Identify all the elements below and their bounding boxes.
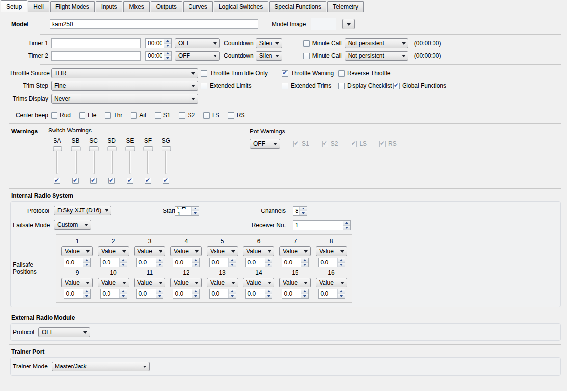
slider-handle[interactable] — [107, 146, 116, 151]
spin-up-icon[interactable] — [229, 289, 236, 294]
failsafe-channel-mode-select[interactable]: Value — [61, 246, 93, 256]
switch-warning-checkbox[interactable] — [108, 178, 115, 184]
spin-up-icon[interactable] — [301, 289, 308, 294]
spin-down-icon[interactable] — [156, 262, 163, 267]
internal-protocol-select[interactable]: FrSky XJT (D16) — [54, 206, 111, 215]
throttle-source-select[interactable]: THR — [51, 68, 198, 78]
spin-up-icon[interactable] — [229, 258, 236, 262]
failsafe-channel-mode-select[interactable]: Value — [98, 246, 129, 256]
failsafe-channel-mode-select[interactable]: Value — [61, 278, 93, 287]
switch-position-slider[interactable] — [68, 146, 83, 174]
spin-down-icon[interactable] — [192, 211, 199, 216]
spin-up-icon[interactable] — [192, 258, 199, 262]
spin-up-icon[interactable] — [265, 258, 272, 262]
failsafe-channel-value-spinner[interactable]: 0.0 — [245, 258, 272, 267]
failsafe-channel-mode-select[interactable]: Value — [316, 246, 347, 256]
model-name-input[interactable] — [50, 19, 258, 29]
spin-down-icon[interactable] — [156, 294, 163, 299]
global-functions-checkbox[interactable] — [393, 83, 400, 89]
switch-position-slider[interactable] — [159, 146, 174, 174]
channels-spinner[interactable]: 8 — [293, 206, 307, 216]
timer-time-spinner[interactable]: 00:00 — [145, 51, 172, 61]
tab-heli[interactable]: Heli — [28, 1, 49, 12]
timer-name-input[interactable] — [51, 51, 141, 61]
slider-handle[interactable] — [143, 146, 153, 151]
switch-warning-checkbox[interactable] — [54, 178, 60, 184]
switch-position-slider[interactable] — [105, 146, 119, 174]
failsafe-channel-value-spinner[interactable]: 0.0 — [100, 289, 127, 299]
failsafe-channel-value-spinner[interactable]: 0.0 — [64, 289, 91, 299]
failsafe-channel-mode-select[interactable]: Value — [207, 246, 238, 256]
tab-curves[interactable]: Curves — [183, 1, 213, 12]
spin-up-icon[interactable] — [83, 258, 90, 262]
failsafe-channel-mode-select[interactable]: Value — [170, 278, 202, 287]
timer-persistence-select[interactable]: Not persistent — [345, 38, 408, 48]
failsafe-channel-value-spinner[interactable]: 0.0 — [136, 289, 163, 299]
switch-warning-checkbox[interactable] — [163, 178, 169, 184]
spin-down-icon[interactable] — [229, 262, 236, 267]
failsafe-channel-mode-select[interactable]: Value — [243, 246, 274, 256]
failsafe-channel-mode-select[interactable]: Value — [316, 278, 347, 287]
spin-down-icon[interactable] — [265, 294, 272, 299]
minute-call-checkbox[interactable] — [303, 40, 310, 47]
spin-down-icon[interactable] — [301, 294, 308, 299]
slider-handle[interactable] — [89, 146, 98, 151]
spin-down-icon[interactable] — [338, 262, 345, 267]
spin-down-icon[interactable] — [192, 294, 199, 299]
timer-name-input[interactable] — [51, 38, 141, 48]
spin-down-icon[interactable] — [83, 294, 90, 299]
failsafe-channel-mode-select[interactable]: Value — [243, 278, 274, 287]
failsafe-channel-value-spinner[interactable]: 0.0 — [209, 258, 236, 267]
spin-down-icon[interactable] — [120, 262, 127, 267]
tab-flight-modes[interactable]: Flight Modes — [50, 1, 95, 12]
tab-inputs[interactable]: Inputs — [96, 1, 123, 12]
throttle-trim-idle-checkbox[interactable] — [201, 70, 207, 77]
center-beep-checkbox[interactable] — [155, 112, 161, 119]
spin-up-icon[interactable] — [301, 258, 308, 262]
failsafe-channel-mode-select[interactable]: Value — [98, 278, 129, 287]
tab-outputs[interactable]: Outputs — [151, 1, 182, 12]
failsafe-channel-value-spinner[interactable]: 0.0 — [209, 289, 236, 299]
failsafe-mode-select[interactable]: Custom — [54, 220, 91, 230]
spin-up-icon[interactable] — [156, 258, 163, 262]
pot-warnings-mode-select[interactable]: OFF — [250, 139, 280, 149]
spin-up-icon[interactable] — [192, 207, 199, 211]
start-channel-spinner[interactable]: CH 1 — [175, 206, 199, 216]
timer-mode-select[interactable]: OFF — [175, 51, 220, 61]
failsafe-channel-value-spinner[interactable]: 0.0 — [100, 258, 127, 267]
timer-mode-select[interactable]: OFF — [175, 38, 220, 48]
tab-telemetry[interactable]: Telemetry — [327, 1, 364, 12]
switch-position-slider[interactable] — [141, 146, 156, 174]
receiver-number-spinner[interactable]: 1 — [293, 220, 351, 230]
failsafe-channel-mode-select[interactable]: Value — [207, 278, 238, 287]
spin-up-icon[interactable] — [338, 258, 345, 262]
throttle-warning-checkbox[interactable] — [282, 70, 288, 77]
failsafe-channel-mode-select[interactable]: Value — [134, 278, 165, 287]
spin-down-icon[interactable] — [300, 211, 307, 216]
switch-warning-checkbox[interactable] — [90, 178, 97, 184]
spin-down-icon[interactable] — [83, 262, 90, 267]
slider-handle[interactable] — [71, 146, 80, 151]
timer-time-spinner[interactable]: 00:00 — [145, 38, 172, 48]
minute-call-checkbox[interactable] — [303, 53, 310, 59]
slider-handle[interactable] — [53, 146, 62, 151]
timer-countdown-select[interactable]: Silent — [256, 51, 282, 61]
spin-down-icon[interactable] — [164, 43, 171, 48]
center-beep-checkbox[interactable] — [51, 112, 57, 119]
spin-up-icon[interactable] — [300, 207, 307, 211]
failsafe-channel-value-spinner[interactable]: 0.0 — [64, 258, 91, 267]
failsafe-channel-value-spinner[interactable]: 0.0 — [136, 258, 163, 267]
extended-trims-checkbox[interactable] — [282, 83, 288, 89]
display-checklist-checkbox[interactable] — [338, 83, 345, 89]
center-beep-checkbox[interactable] — [228, 112, 234, 119]
spin-down-icon[interactable] — [120, 294, 127, 299]
switch-position-slider[interactable] — [50, 146, 65, 174]
failsafe-channel-value-spinner[interactable]: 0.0 — [318, 258, 345, 267]
spin-up-icon[interactable] — [265, 289, 272, 294]
external-protocol-select[interactable]: OFF — [38, 327, 90, 337]
spin-up-icon[interactable] — [156, 289, 163, 294]
spin-down-icon[interactable] — [265, 262, 272, 267]
slider-handle[interactable] — [125, 146, 135, 151]
center-beep-checkbox[interactable] — [79, 112, 85, 119]
spin-down-icon[interactable] — [229, 294, 236, 299]
